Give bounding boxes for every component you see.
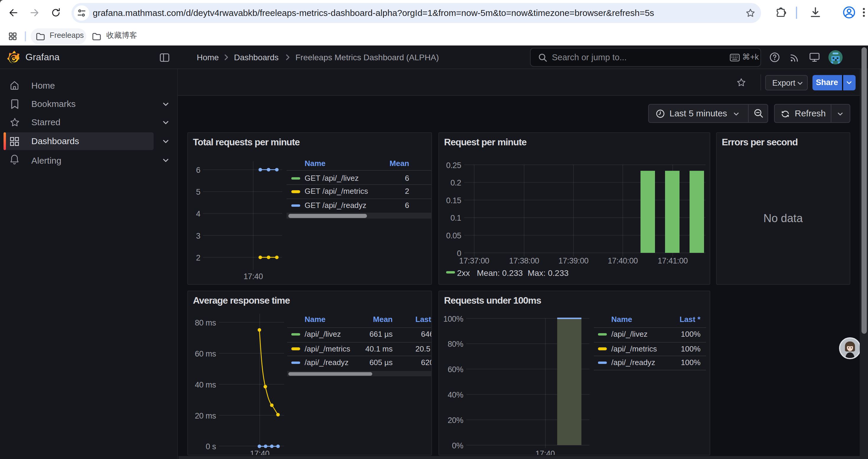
svg-text:2: 2	[195, 254, 200, 262]
svg-text:4: 4	[195, 209, 200, 218]
svg-text:17:40: 17:40	[243, 272, 262, 281]
svg-text:0.1: 0.1	[450, 214, 461, 222]
svg-text:0.25: 0.25	[446, 161, 461, 170]
svg-text:17:40:00: 17:40:00	[608, 256, 638, 265]
svg-text:5: 5	[195, 188, 200, 196]
svg-text:0.15: 0.15	[446, 196, 461, 205]
svg-text:17:41:00: 17:41:00	[657, 256, 687, 265]
svg-text:20%: 20%	[447, 416, 463, 425]
svg-text:0.2: 0.2	[450, 178, 461, 187]
svg-text:0.05: 0.05	[446, 231, 461, 240]
svg-text:100%: 100%	[443, 315, 463, 323]
svg-text:0 s: 0 s	[205, 442, 216, 451]
svg-text:40 ms: 40 ms	[194, 381, 216, 389]
svg-text:20 ms: 20 ms	[194, 412, 216, 420]
svg-text:3: 3	[195, 232, 200, 240]
svg-text:40%: 40%	[447, 391, 463, 399]
svg-text:60 ms: 60 ms	[194, 350, 216, 358]
svg-text:0%: 0%	[452, 441, 463, 450]
svg-text:17:40: 17:40	[535, 449, 555, 455]
svg-text:17:40: 17:40	[250, 449, 269, 455]
svg-text:6: 6	[195, 166, 200, 174]
svg-text:60%: 60%	[447, 365, 463, 374]
svg-text:17:38:00: 17:38:00	[509, 256, 539, 265]
svg-text:17:37:00: 17:37:00	[459, 256, 489, 265]
svg-text:17:39:00: 17:39:00	[558, 256, 588, 265]
svg-text:80 ms: 80 ms	[194, 319, 216, 327]
svg-text:80%: 80%	[447, 340, 463, 349]
